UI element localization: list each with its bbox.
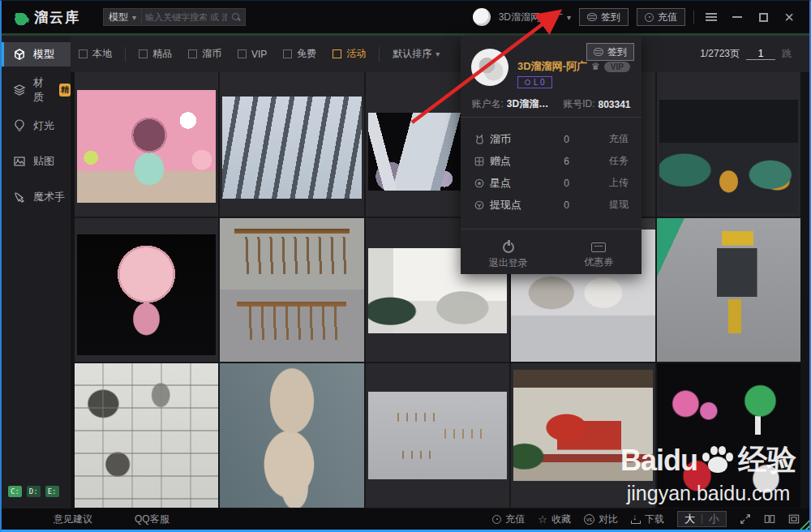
balance-row-star-points: 星点 0 上传	[474, 172, 629, 194]
model-thumbnail-pink-kids-living-room[interactable]	[75, 72, 218, 217]
footer-compare-button[interactable]: vs 对比	[584, 513, 618, 526]
footer-download-button[interactable]: 下载	[631, 513, 664, 526]
page-jump-button[interactable]: 跳	[782, 47, 792, 61]
balance-row-liucoin: 溜币 0 充值	[474, 128, 629, 150]
filter-label: 精品	[152, 47, 172, 61]
filter-liucoin[interactable]: 溜币	[188, 47, 221, 61]
app-logo: 溜云库	[15, 8, 80, 27]
level-label: L 0	[534, 78, 545, 87]
fullscreen-button[interactable]	[740, 513, 751, 525]
filter-local[interactable]: 本地	[79, 47, 112, 61]
balance-value: 0	[540, 134, 593, 145]
user-menu[interactable]: 3D溜溜网-阿广	[499, 11, 571, 24]
coupon-button[interactable]: 优惠券	[584, 242, 613, 269]
recharge-link[interactable]: 充值	[593, 132, 629, 146]
search-input[interactable]	[142, 12, 230, 22]
pagination: 1/2723页 跳	[700, 36, 792, 72]
divider	[461, 229, 642, 230]
panel-signin-button[interactable]: 签到	[586, 43, 634, 61]
divider	[461, 117, 642, 118]
minimize-button[interactable]	[728, 8, 746, 26]
signin-button[interactable]: 签到	[579, 8, 629, 26]
thumbnail-image	[659, 100, 798, 213]
model-grid	[75, 72, 800, 508]
bulb-icon	[13, 119, 26, 132]
filter-label: VIP	[251, 49, 267, 60]
avatar[interactable]	[473, 8, 491, 26]
sort-dropdown[interactable]: 默认排序	[393, 47, 440, 61]
app-window: 溜云库 模型 3D溜溜网-阿广 签到 充值	[0, 0, 811, 532]
download-icon	[631, 514, 641, 524]
model-thumbnail-industrial-conveyors[interactable]	[220, 72, 363, 217]
checkbox-icon	[333, 49, 341, 58]
model-thumbnail-wooden-fences[interactable]	[366, 363, 509, 508]
sidebar-item-lights[interactable]: 灯光	[2, 114, 71, 138]
feedback-link[interactable]: 意见建议	[54, 513, 92, 526]
size-large-option[interactable]: 大	[678, 512, 702, 526]
sidebar: 模型 材质 精 灯光 贴图 魔术手 C: D: E:	[2, 36, 71, 508]
model-thumbnail-beige-sofa-set[interactable]	[220, 363, 363, 508]
drive-e-badge[interactable]: E:	[45, 486, 59, 497]
premium-badge: 精	[59, 84, 71, 97]
model-thumbnail-decor-trees[interactable]	[657, 363, 800, 508]
single-view-button[interactable]	[788, 513, 800, 525]
sidebar-item-textures[interactable]: 贴图	[2, 149, 71, 174]
maximize-button[interactable]	[754, 8, 772, 26]
model-thumbnail-red-culture-wall[interactable]	[511, 363, 654, 508]
filter-free[interactable]: 免费	[283, 47, 316, 61]
thumbnail-image	[77, 90, 216, 203]
image-icon	[13, 155, 26, 168]
qq-support-link[interactable]: QQ客服	[135, 513, 169, 526]
footer-favorite-button[interactable]: 收藏	[538, 513, 571, 526]
vip-badge: VIP	[604, 62, 630, 72]
model-thumbnail-wooden-pergolas[interactable]	[220, 218, 363, 363]
checkbox-icon	[139, 49, 148, 58]
sidebar-item-label: 材质	[33, 75, 50, 105]
crown-icon: ♛	[591, 61, 600, 72]
tasks-link[interactable]: 任务	[593, 154, 629, 168]
sidebar-item-label: 灯光	[33, 118, 54, 133]
thumbnail-image	[77, 234, 216, 356]
search-icon[interactable]	[230, 11, 242, 23]
footer-recharge-label: 充值	[505, 513, 525, 526]
logout-button[interactable]: 退出登录	[489, 242, 528, 270]
recharge-coin-icon	[645, 13, 654, 22]
user-account-panel: 签到 3D溜溜网-阿广 ♛ VIP L 0 账户名: 3D溜溜… 账号ID: 8…	[461, 36, 642, 274]
drive-d-badge[interactable]: D:	[27, 486, 41, 497]
divider	[125, 47, 126, 62]
logo-leaf-icon	[15, 8, 29, 26]
sidebar-item-materials[interactable]: 材质 精	[2, 78, 71, 102]
recharge-button[interactable]: 充值	[637, 8, 685, 26]
sidebar-item-models[interactable]: 模型	[2, 42, 71, 66]
sort-label: 默认排序	[393, 47, 431, 61]
filter-activity[interactable]: 活动	[333, 47, 366, 61]
filter-label: 本地	[92, 47, 112, 61]
account-name-label: 账户名:	[471, 97, 503, 111]
model-thumbnail-wardrobe-shelving[interactable]	[75, 363, 218, 508]
coupon-label: 优惠券	[584, 255, 613, 269]
menu-button[interactable]	[702, 8, 720, 26]
page-input[interactable]	[746, 48, 775, 60]
balance-label: 星点	[490, 176, 540, 191]
balance-value: 0	[540, 178, 593, 189]
model-thumbnail-hot-air-balloon[interactable]	[75, 218, 218, 363]
title-bar: 溜云库 模型 3D溜溜网-阿广 签到 充值	[2, 1, 809, 33]
withdraw-link[interactable]: 提现	[593, 198, 629, 212]
filter-premium[interactable]: 精品	[139, 47, 172, 61]
recharge-label: 充值	[658, 11, 677, 24]
model-thumbnail-chain-hoist[interactable]	[657, 218, 800, 363]
sidebar-item-magic-hand[interactable]: 魔术手	[2, 185, 71, 209]
panel-avatar[interactable]	[471, 49, 508, 86]
sidebar-item-label: 魔术手	[33, 190, 65, 204]
search-category-dropdown[interactable]: 模型	[103, 8, 142, 26]
filter-vip[interactable]: VIP	[238, 49, 267, 60]
drive-c-badge[interactable]: C:	[8, 486, 22, 497]
split-view-button[interactable]	[764, 513, 775, 525]
close-button[interactable]	[780, 8, 798, 26]
footer-recharge-button[interactable]: 充值	[492, 513, 525, 526]
model-thumbnail-restaurant-interior[interactable]	[657, 72, 800, 217]
minimize-icon	[732, 16, 742, 18]
upload-link[interactable]: 上传	[593, 176, 629, 190]
level-badge: L 0	[517, 76, 552, 88]
size-small-option[interactable]: 小	[702, 512, 726, 526]
